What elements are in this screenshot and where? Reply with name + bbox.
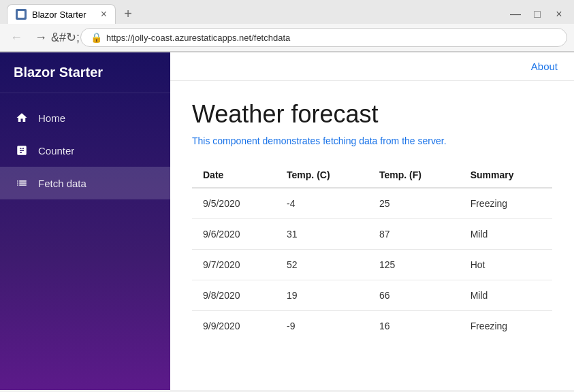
browser-chrome: Blazor Starter × + — □ × ← → &#↻; 🔒 http… <box>0 0 574 52</box>
secure-icon: 🔒 <box>91 32 102 43</box>
cell-date: 9/7/2020 <box>192 250 276 280</box>
table-row: 9/5/2020-425Freezing <box>192 188 552 219</box>
cell-summary: Freezing <box>460 311 552 342</box>
window-controls: — □ × <box>507 6 567 22</box>
table-row: 9/8/20201966Mild <box>192 280 552 311</box>
svg-rect-0 <box>18 11 25 18</box>
browser-toolbar: ← → &#↻; 🔒 https://jolly-coast.azurestat… <box>0 24 574 52</box>
cell-tempc: 31 <box>276 219 368 250</box>
cell-summary: Mild <box>460 219 552 250</box>
cell-date: 9/9/2020 <box>192 311 276 342</box>
col-header-tempf: Temp. (F) <box>368 163 460 188</box>
cell-tempc: -4 <box>276 188 368 219</box>
app-container: Blazor Starter Home Counter Fetch data <box>0 52 574 390</box>
table-row: 9/9/2020-916Freezing <box>192 311 552 342</box>
home-icon <box>15 111 29 125</box>
fetchdata-icon <box>15 176 29 190</box>
nav-counter-label: Counter <box>38 145 74 157</box>
cell-tempc: -9 <box>276 311 368 342</box>
about-link[interactable]: About <box>531 61 558 72</box>
tab-title: Blazor Starter <box>32 10 86 20</box>
cell-tempf: 16 <box>368 311 460 342</box>
cell-tempf: 25 <box>368 188 460 219</box>
col-header-date: Date <box>192 163 276 188</box>
maximize-button[interactable]: □ <box>529 6 545 22</box>
page-title: Weather forecast <box>192 100 552 129</box>
nav-item-home[interactable]: Home <box>0 101 170 134</box>
sidebar-title: Blazor Starter <box>0 52 170 93</box>
nav-item-counter[interactable]: Counter <box>0 134 170 167</box>
main-content: About Weather forecast This component de… <box>170 52 574 390</box>
minimize-button[interactable]: — <box>507 6 524 22</box>
content-area: Weather forecast This component demonstr… <box>170 81 574 360</box>
nav-home-label: Home <box>38 112 65 124</box>
col-header-summary: Summary <box>460 163 552 188</box>
close-button[interactable]: × <box>551 6 567 22</box>
page-subtitle: This component demonstrates fetching dat… <box>192 135 552 146</box>
col-header-tempc: Temp. (C) <box>276 163 368 188</box>
table-row: 9/6/20203187Mild <box>192 219 552 250</box>
cell-tempc: 19 <box>276 280 368 311</box>
cell-tempf: 125 <box>368 250 460 280</box>
counter-icon <box>15 144 29 157</box>
cell-date: 9/8/2020 <box>192 280 276 311</box>
cell-summary: Mild <box>460 280 552 311</box>
new-tab-button[interactable]: + <box>118 5 138 24</box>
sidebar: Blazor Starter Home Counter Fetch data <box>0 52 170 390</box>
tab-favicon <box>16 9 27 20</box>
top-bar: About <box>170 52 574 81</box>
url-text: https://jolly-coast.azurestaticapps.net/… <box>106 33 290 43</box>
sidebar-nav: Home Counter Fetch data <box>0 93 170 208</box>
tab-close-button[interactable]: × <box>101 9 107 20</box>
table-header-row: Date Temp. (C) Temp. (F) Summary <box>192 163 552 188</box>
cell-tempf: 87 <box>368 219 460 250</box>
forward-button[interactable]: → <box>31 28 50 47</box>
refresh-button[interactable]: &#↻; <box>56 28 75 47</box>
weather-table: Date Temp. (C) Temp. (F) Summary 9/5/202… <box>192 163 552 341</box>
cell-summary: Hot <box>460 250 552 280</box>
cell-tempf: 66 <box>368 280 460 311</box>
cell-tempc: 52 <box>276 250 368 280</box>
back-button[interactable]: ← <box>7 28 26 47</box>
address-bar[interactable]: 🔒 https://jolly-coast.azurestaticapps.ne… <box>80 28 567 47</box>
cell-date: 9/5/2020 <box>192 188 276 219</box>
table-row: 9/7/202052125Hot <box>192 250 552 280</box>
browser-tab[interactable]: Blazor Starter × <box>7 4 116 24</box>
nav-item-fetchdata[interactable]: Fetch data <box>0 167 170 199</box>
cell-summary: Freezing <box>460 188 552 219</box>
browser-titlebar: Blazor Starter × + — □ × <box>0 0 574 24</box>
cell-date: 9/6/2020 <box>192 219 276 250</box>
nav-fetchdata-label: Fetch data <box>38 178 86 189</box>
